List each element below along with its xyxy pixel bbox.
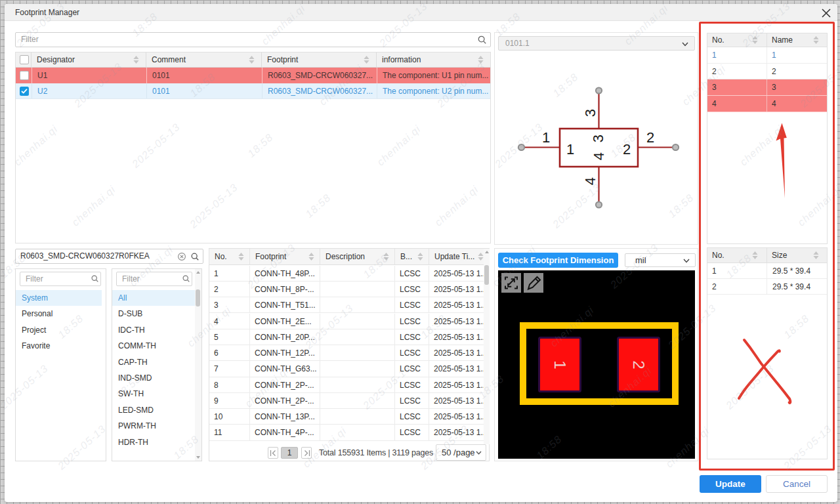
svg-text:1: 1 — [542, 129, 550, 146]
svg-text:1: 1 — [551, 360, 569, 369]
svg-text:1: 1 — [566, 141, 574, 158]
svg-text:2: 2 — [630, 360, 648, 369]
svg-text:2: 2 — [646, 129, 654, 146]
svg-text:4: 4 — [591, 152, 607, 160]
svg-text:4: 4 — [582, 177, 598, 185]
svg-text:3: 3 — [582, 109, 598, 117]
svg-text:2: 2 — [623, 141, 631, 158]
svg-text:3: 3 — [590, 135, 606, 142]
